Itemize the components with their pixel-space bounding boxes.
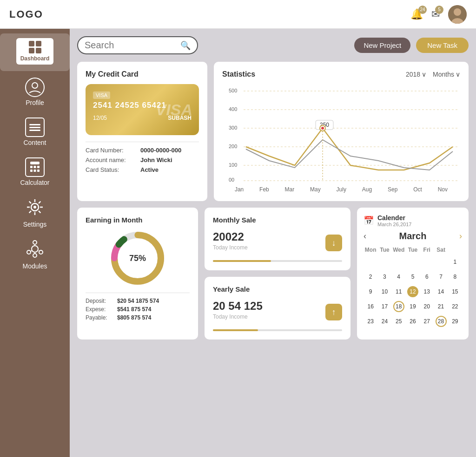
yearly-sale-btn[interactable]: ↑: [325, 304, 342, 320]
cal-header-sat: Sat: [434, 245, 448, 255]
svg-point-22: [33, 241, 37, 244]
svg-point-21: [32, 246, 38, 252]
cal-day[interactable]: 25: [392, 314, 406, 329]
cal-day[interactable]: 12: [406, 284, 420, 299]
monthly-sale-progress-fill: [213, 260, 271, 262]
sidebar-item-content[interactable]: Content: [0, 113, 70, 151]
credit-card-visual: VISA 2541 24525 65421 12/05 SUBASH VISA: [86, 84, 199, 135]
calendar-next-btn[interactable]: ›: [459, 231, 462, 241]
statistics-panel: Statistics 2018 ∨ Months ∨: [214, 62, 469, 201]
messages-button[interactable]: ✉ 5: [431, 8, 440, 20]
card-info-status-label: Card Status:: [86, 166, 137, 173]
cal-day[interactable]: 8: [448, 269, 462, 284]
cal-day[interactable]: 22: [448, 299, 462, 314]
monthly-sale-row: 20022 Today Income ↓: [213, 230, 342, 255]
sidebar-item-calculator[interactable]: Calculator: [0, 153, 70, 191]
profile-icon: [25, 78, 45, 97]
sidebar-label-modules: Modules: [23, 262, 47, 270]
calendar-title: Calender: [377, 214, 411, 222]
messages-badge: 5: [435, 6, 443, 14]
sidebar-item-dashboard[interactable]: Dashboard: [0, 33, 70, 71]
deposit-value: $20 54 1875 574: [117, 298, 159, 304]
cal-day[interactable]: 29: [448, 314, 462, 329]
dashboard-icon-box: Dashboard: [16, 38, 53, 65]
stats-period-selector[interactable]: Months ∨: [433, 71, 460, 78]
cal-day[interactable]: 21: [434, 299, 448, 314]
cal-day[interactable]: 27: [420, 314, 434, 329]
cal-day[interactable]: 17: [377, 299, 391, 314]
cal-day[interactable]: [392, 255, 406, 269]
search-box: 🔍: [77, 36, 198, 54]
svg-line-19: [39, 202, 40, 203]
cal-day[interactable]: 14: [434, 284, 448, 299]
card-info-status-row: Card Status: Active: [86, 166, 199, 173]
cal-day[interactable]: [406, 255, 420, 269]
sidebar-item-settings[interactable]: Settings: [0, 193, 70, 233]
sidebar-item-profile[interactable]: Profile: [0, 73, 70, 111]
cal-day[interactable]: 23: [364, 314, 377, 329]
cal-day[interactable]: [434, 255, 448, 269]
cal-day[interactable]: 2: [364, 269, 377, 284]
svg-line-28: [31, 251, 32, 252]
svg-text:400: 400: [229, 106, 237, 112]
cal-day[interactable]: 26: [406, 314, 420, 329]
payable-label: Payable:: [86, 314, 113, 321]
svg-rect-10: [37, 170, 40, 172]
donut-chart: 75%: [110, 230, 165, 286]
cal-day[interactable]: 24: [377, 314, 391, 329]
cal-day[interactable]: 18: [392, 299, 406, 314]
cal-day[interactable]: 1: [448, 255, 462, 269]
search-input[interactable]: [85, 40, 177, 51]
cal-day[interactable]: 16: [364, 299, 377, 314]
calendar-icon: 📅: [364, 215, 374, 226]
cal-day[interactable]: [377, 255, 391, 269]
yearly-sale-label: Today Income: [213, 313, 263, 320]
cal-header-tue: Tue: [377, 245, 391, 255]
cal-day[interactable]: 9: [364, 284, 377, 299]
svg-text:00: 00: [229, 177, 234, 183]
cal-header-mon: Mon: [364, 245, 377, 255]
cal-day[interactable]: 20: [420, 299, 434, 314]
cards-row: My Credit Card VISA 2541 24525 65421 12/…: [77, 62, 469, 201]
card-expiry: 12/05: [93, 115, 107, 121]
cal-day[interactable]: 4: [392, 269, 406, 284]
svg-point-23: [33, 254, 37, 257]
svg-point-46: [321, 127, 324, 130]
deposit-label: Deposit:: [86, 298, 113, 304]
sidebar-label-calculator: Calculator: [20, 179, 49, 186]
svg-point-25: [39, 250, 43, 254]
calendar-header: 📅 Calender March 26,2017: [364, 214, 462, 227]
new-project-button[interactable]: New Project: [354, 38, 410, 53]
cal-day[interactable]: 10: [377, 284, 391, 299]
svg-rect-6: [34, 166, 36, 168]
earning-percentage: 75%: [129, 254, 146, 263]
cal-day[interactable]: 7: [434, 269, 448, 284]
cal-day[interactable]: 6: [420, 269, 434, 284]
cal-day[interactable]: 5: [406, 269, 420, 284]
cal-day[interactable]: 11: [392, 284, 406, 299]
card-info-number-row: Card Number: 0000-0000-000: [86, 147, 199, 154]
stats-year-selector[interactable]: 2018 ∨: [406, 71, 426, 78]
cal-day[interactable]: 28: [434, 314, 448, 329]
avatar[interactable]: [448, 5, 467, 24]
sidebar-item-modules[interactable]: Modules: [0, 235, 70, 274]
calendar-prev-btn[interactable]: ‹: [364, 231, 366, 241]
payable-value: $805 875 574: [117, 314, 151, 321]
cal-day[interactable]: 13: [420, 284, 434, 299]
monthly-sale-btn[interactable]: ↓: [325, 235, 342, 251]
sale-panels-col: Monthly Sale 20022 Today Income ↓ Yearl: [205, 208, 350, 339]
cal-day[interactable]: 3: [377, 269, 391, 284]
cal-day[interactable]: [364, 255, 377, 269]
notifications-button[interactable]: 🔔 24: [410, 8, 423, 20]
cal-day[interactable]: 15: [448, 284, 462, 299]
new-task-button[interactable]: New Task: [416, 38, 469, 53]
monthly-sale-title: Monthly Sale: [213, 216, 342, 224]
search-icon[interactable]: 🔍: [180, 40, 191, 51]
card-info-account-value: John Wicki: [140, 157, 172, 163]
cal-day[interactable]: [420, 255, 434, 269]
card-info-account-row: Account name: John Wicki: [86, 157, 199, 163]
earning-panel: Earning in Month 75% Deposit:: [77, 208, 198, 339]
cal-day[interactable]: 19: [406, 299, 420, 314]
sidebar-label-content: Content: [23, 139, 46, 146]
monthly-sale-panel: Monthly Sale 20022 Today Income ↓: [205, 208, 350, 270]
